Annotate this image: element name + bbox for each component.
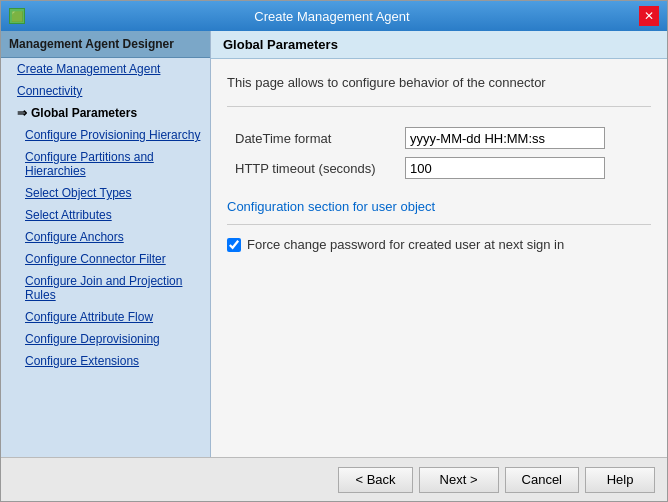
force-change-password-label: Force change password for created user a… bbox=[247, 237, 564, 252]
sidebar-item-select-object-types[interactable]: Select Object Types bbox=[1, 182, 210, 204]
panel-content: This page allows to configure behavior o… bbox=[211, 59, 667, 457]
window-icon: 🟩 bbox=[9, 8, 25, 24]
sidebar-item-configure-join[interactable]: Configure Join and Projection Rules bbox=[1, 270, 210, 306]
main-panel: Global Parameters This page allows to co… bbox=[211, 31, 667, 457]
back-button[interactable]: < Back bbox=[338, 467, 412, 493]
sidebar-item-connectivity[interactable]: Connectivity bbox=[1, 80, 210, 102]
sidebar-item-global-parameters[interactable]: Global Parameters bbox=[1, 102, 210, 124]
title-bar: 🟩 Create Management Agent ✕ bbox=[1, 1, 667, 31]
sidebar-item-create[interactable]: Create Management Agent bbox=[1, 58, 210, 80]
datetime-label: DateTime format bbox=[227, 123, 397, 153]
force-change-password-row: Force change password for created user a… bbox=[227, 237, 651, 252]
sidebar-item-configure-connector-filter[interactable]: Configure Connector Filter bbox=[1, 248, 210, 270]
sidebar-item-configure-extensions[interactable]: Configure Extensions bbox=[1, 350, 210, 372]
next-button[interactable]: Next > bbox=[419, 467, 499, 493]
form-table: DateTime format HTTP timeout (seconds) bbox=[227, 123, 651, 183]
cancel-button[interactable]: Cancel bbox=[505, 467, 579, 493]
footer: < Back Next > Cancel Help bbox=[1, 457, 667, 501]
divider-1 bbox=[227, 106, 651, 107]
panel-header: Global Parameters bbox=[211, 31, 667, 59]
http-timeout-label: HTTP timeout (seconds) bbox=[227, 153, 397, 183]
sidebar-item-configure-deprovisioning[interactable]: Configure Deprovisioning bbox=[1, 328, 210, 350]
force-change-password-checkbox[interactable] bbox=[227, 238, 241, 252]
sidebar-item-configure-attribute-flow[interactable]: Configure Attribute Flow bbox=[1, 306, 210, 328]
datetime-input[interactable] bbox=[405, 127, 605, 149]
main-window: 🟩 Create Management Agent ✕ Management A… bbox=[0, 0, 668, 502]
sidebar-item-configure-partitions[interactable]: Configure Partitions and Hierarchies bbox=[1, 146, 210, 182]
close-button[interactable]: ✕ bbox=[639, 6, 659, 26]
sidebar-item-configure-provisioning[interactable]: Configure Provisioning Hierarchy bbox=[1, 124, 210, 146]
content-area: Management Agent Designer Create Managem… bbox=[1, 31, 667, 457]
http-timeout-input[interactable] bbox=[405, 157, 605, 179]
datetime-row: DateTime format bbox=[227, 123, 651, 153]
sidebar: Management Agent Designer Create Managem… bbox=[1, 31, 211, 457]
http-timeout-row: HTTP timeout (seconds) bbox=[227, 153, 651, 183]
sidebar-item-configure-anchors[interactable]: Configure Anchors bbox=[1, 226, 210, 248]
window-title: Create Management Agent bbox=[25, 9, 639, 24]
description-text: This page allows to configure behavior o… bbox=[227, 75, 651, 90]
sidebar-item-select-attributes[interactable]: Select Attributes bbox=[1, 204, 210, 226]
help-button[interactable]: Help bbox=[585, 467, 655, 493]
section-label: Configuration section for user object bbox=[227, 199, 651, 214]
section-divider bbox=[227, 224, 651, 225]
sidebar-header: Management Agent Designer bbox=[1, 31, 210, 58]
